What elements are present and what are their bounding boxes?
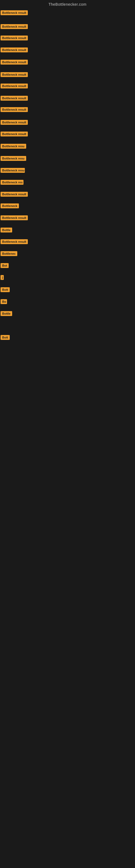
bottleneck-badge-9[interactable]: Bottleneck result: [1, 107, 28, 113]
bottleneck-badge-6[interactable]: Bottleneck result: [1, 72, 28, 78]
bottleneck-badge-4[interactable]: Bottleneck result: [1, 48, 28, 54]
badge-label-20: Bottleneck result: [1, 239, 28, 244]
badge-label-21: Bottlenec: [1, 251, 17, 256]
site-title: TheBottlenecker.com: [0, 0, 135, 9]
bottleneck-badge-18[interactable]: Bottleneck result: [1, 215, 28, 221]
badge-label-10: Bottleneck result: [1, 120, 28, 125]
bottleneck-badge-20[interactable]: Bottleneck result: [1, 239, 28, 245]
badge-label-4: Bottleneck result: [1, 48, 28, 52]
bottleneck-badge-25[interactable]: Bo: [1, 299, 7, 305]
badge-label-26: Bottle: [1, 311, 12, 316]
bottleneck-badge-26[interactable]: Bottle: [1, 311, 12, 317]
badge-label-18: Bottleneck result: [1, 215, 28, 220]
bottleneck-badge-5[interactable]: Bottleneck result: [1, 60, 28, 66]
bottleneck-badge-2[interactable]: Bottleneck result: [1, 24, 28, 30]
bottleneck-badge-16[interactable]: Bottleneck result: [1, 192, 28, 198]
badge-label-17: Bottleneck: [1, 204, 19, 208]
bottleneck-badge-12[interactable]: Bottleneck resu: [1, 144, 26, 150]
badge-label-16: Bottleneck result: [1, 192, 28, 197]
badge-label-12: Bottleneck resu: [1, 144, 26, 149]
badge-label-5: Bottleneck result: [1, 60, 28, 65]
badge-label-22: Bot: [1, 263, 9, 268]
badge-label-15: Bottleneck res: [1, 180, 24, 185]
badge-label-19: Bottle: [1, 227, 12, 232]
bottleneck-badge-11[interactable]: Bottleneck result: [1, 131, 28, 137]
badge-label-13: Bottleneck resu: [1, 156, 26, 161]
bottleneck-badge-23[interactable]: |: [1, 275, 4, 281]
bottleneck-badge-15[interactable]: Bottleneck res: [1, 180, 24, 186]
bottleneck-badge-14[interactable]: Bottleneck resu: [1, 168, 25, 174]
badge-label-23: |: [1, 275, 4, 280]
bottleneck-badge-24[interactable]: Bott: [1, 287, 10, 293]
bottleneck-badge-21[interactable]: Bottlenec: [1, 251, 17, 257]
bottleneck-badge-13[interactable]: Bottleneck resu: [1, 156, 26, 162]
badge-label-2: Bottleneck result: [1, 24, 28, 29]
badge-label-14: Bottleneck resu: [1, 168, 25, 173]
bottleneck-badge-10[interactable]: Bottleneck result: [1, 120, 28, 126]
bottleneck-badge-3[interactable]: Bottleneck result: [1, 35, 28, 41]
badge-label-6: Bottleneck result: [1, 72, 28, 77]
bottleneck-badge-22[interactable]: Bot: [1, 263, 9, 269]
badge-label-3: Bottleneck result: [1, 35, 28, 40]
bottleneck-badge-8[interactable]: Bottleneck result: [1, 96, 28, 102]
badge-label-9: Bottleneck result: [1, 107, 28, 112]
bottleneck-badge-19[interactable]: Bottle: [1, 227, 12, 234]
badge-label-24: Bott: [1, 287, 10, 292]
badge-label-11: Bottleneck result: [1, 131, 28, 136]
bottleneck-badge-7[interactable]: Bottleneck result: [1, 84, 28, 90]
bottleneck-badge-17[interactable]: Bottleneck: [1, 204, 19, 209]
badge-label-27: Bott: [1, 335, 10, 340]
bottleneck-badge-27[interactable]: Bott: [1, 335, 10, 341]
bottleneck-badge-1[interactable]: Bottleneck result: [1, 10, 28, 16]
badge-label-8: Bottleneck result: [1, 96, 28, 101]
badge-label-25: Bo: [1, 299, 7, 304]
badge-label-7: Bottleneck result: [1, 84, 28, 88]
badge-label-1: Bottleneck result: [1, 10, 28, 15]
